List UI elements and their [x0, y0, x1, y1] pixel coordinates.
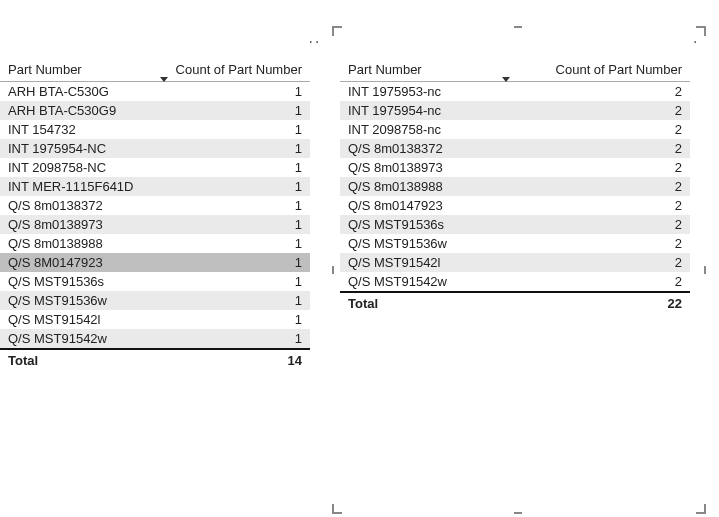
part-number-cell: INT 1975954-nc — [340, 101, 496, 120]
table-row[interactable]: Q/S MST91542w2 — [340, 272, 690, 292]
count-cell: 2 — [496, 82, 690, 102]
count-cell: 2 — [496, 177, 690, 196]
query1-visual[interactable]: Part Number Count of Part Number ARH BTA… — [0, 28, 310, 508]
count-cell: 1 — [154, 177, 310, 196]
part-number-cell: ARH BTA-C530G9 — [0, 101, 154, 120]
query2-visual[interactable]: Part Number Count of Part Number INT 197… — [340, 28, 690, 508]
part-number-cell: ARH BTA-C530G — [0, 82, 154, 102]
count-cell: 2 — [496, 196, 690, 215]
part-number-cell: Q/S 8M0147923 — [0, 253, 154, 272]
table-row[interactable]: INT 2098758-nc2 — [340, 120, 690, 139]
total-value: 22 — [496, 292, 690, 313]
total-label: Total — [340, 292, 496, 313]
count-cell: 2 — [496, 139, 690, 158]
table-row[interactable]: ARH BTA-C530G91 — [0, 101, 310, 120]
table-row[interactable]: Q/S 8m01389731 — [0, 215, 310, 234]
table-row[interactable]: ARH BTA-C530G1 — [0, 82, 310, 102]
part-number-cell: Q/S 8m0138973 — [340, 158, 496, 177]
count-cell: 1 — [154, 272, 310, 291]
query2-col-count[interactable]: Count of Part Number — [496, 56, 690, 82]
query1-col-count[interactable]: Count of Part Number — [154, 56, 310, 82]
part-number-cell: Q/S 8m0138372 — [340, 139, 496, 158]
table-row[interactable]: Q/S MST91536w1 — [0, 291, 310, 310]
part-number-cell: INT 1975954-NC — [0, 139, 154, 158]
table-row[interactable]: Q/S 8m01383722 — [340, 139, 690, 158]
table-row[interactable]: Q/S 8m01479232 — [340, 196, 690, 215]
selection-handle-icon[interactable] — [332, 504, 342, 514]
count-cell: 2 — [496, 253, 690, 272]
table-row[interactable]: Q/S MST91542w1 — [0, 329, 310, 349]
query1-total-row: Total 14 — [0, 349, 310, 370]
query1-table: Part Number Count of Part Number ARH BTA… — [0, 56, 310, 370]
table-row[interactable]: Q/S MST91542l2 — [340, 253, 690, 272]
count-cell: 2 — [496, 272, 690, 292]
count-cell: 1 — [154, 139, 310, 158]
part-number-cell: Q/S 8m0147923 — [340, 196, 496, 215]
selection-handle-icon[interactable] — [696, 26, 706, 36]
count-cell: 1 — [154, 120, 310, 139]
table-row[interactable]: INT 1975953-nc2 — [340, 82, 690, 102]
count-cell: 1 — [154, 310, 310, 329]
table-row[interactable]: Q/S 8m01389732 — [340, 158, 690, 177]
count-cell: 1 — [154, 291, 310, 310]
part-number-cell: Q/S MST91536w — [340, 234, 496, 253]
count-cell: 1 — [154, 329, 310, 349]
selection-handle-icon[interactable] — [696, 504, 706, 514]
table-row[interactable]: Q/S 8m01389881 — [0, 234, 310, 253]
count-cell: 1 — [154, 196, 310, 215]
part-number-cell: Q/S MST91542l — [0, 310, 154, 329]
part-number-cell: INT 2098758-nc — [340, 120, 496, 139]
part-number-cell: Q/S MST91536s — [340, 215, 496, 234]
col-count-label: Count of Part Number — [556, 62, 682, 77]
total-value: 14 — [154, 349, 310, 370]
query2-col-part[interactable]: Part Number — [340, 56, 496, 82]
query2-table: Part Number Count of Part Number INT 197… — [340, 56, 690, 313]
count-cell: 2 — [496, 101, 690, 120]
part-number-cell: INT 154732 — [0, 120, 154, 139]
table-row[interactable]: Q/S 8m01383721 — [0, 196, 310, 215]
count-cell: 1 — [154, 215, 310, 234]
count-cell: 1 — [154, 101, 310, 120]
part-number-cell: Q/S MST91542w — [0, 329, 154, 349]
count-cell: 1 — [154, 234, 310, 253]
part-number-cell: INT 2098758-NC — [0, 158, 154, 177]
table-row[interactable]: Q/S MST91542l1 — [0, 310, 310, 329]
table-row[interactable]: Q/S MST91536w2 — [340, 234, 690, 253]
count-cell: 1 — [154, 158, 310, 177]
table-row[interactable]: INT MER-1115F641D1 — [0, 177, 310, 196]
table-row[interactable]: Q/S MST91536s2 — [340, 215, 690, 234]
selection-handle-icon[interactable] — [332, 26, 342, 36]
part-number-cell: Q/S MST91542w — [340, 272, 496, 292]
table-row[interactable]: Q/S 8m01389882 — [340, 177, 690, 196]
count-cell: 1 — [154, 253, 310, 272]
col-count-label: Count of Part Number — [176, 62, 302, 77]
part-number-cell: Q/S MST91542l — [340, 253, 496, 272]
count-cell: 2 — [496, 234, 690, 253]
selection-handle-icon[interactable] — [514, 512, 522, 514]
sort-descending-icon — [160, 77, 168, 82]
total-label: Total — [0, 349, 154, 370]
part-number-cell: INT 1975953-nc — [340, 82, 496, 102]
query2-total-row: Total 22 — [340, 292, 690, 313]
table-row[interactable]: INT 1975954-nc2 — [340, 101, 690, 120]
part-number-cell: INT MER-1115F641D — [0, 177, 154, 196]
query1-col-part[interactable]: Part Number — [0, 56, 154, 82]
count-cell: 2 — [496, 215, 690, 234]
part-number-cell: Q/S MST91536w — [0, 291, 154, 310]
part-number-cell: Q/S 8m0138988 — [340, 177, 496, 196]
part-number-cell: Q/S 8m0138988 — [0, 234, 154, 253]
table-row[interactable]: INT 1547321 — [0, 120, 310, 139]
part-number-cell: Q/S MST91536s — [0, 272, 154, 291]
table-row[interactable]: Q/S 8M01479231 — [0, 253, 310, 272]
part-number-cell: Q/S 8m0138372 — [0, 196, 154, 215]
selection-handle-icon[interactable] — [514, 26, 522, 28]
selection-handle-icon[interactable] — [332, 266, 334, 274]
part-number-cell: Q/S 8m0138973 — [0, 215, 154, 234]
selection-handle-icon[interactable] — [704, 266, 706, 274]
count-cell: 1 — [154, 82, 310, 102]
count-cell: 2 — [496, 158, 690, 177]
table-row[interactable]: INT 2098758-NC1 — [0, 158, 310, 177]
table-row[interactable]: INT 1975954-NC1 — [0, 139, 310, 158]
count-cell: 2 — [496, 120, 690, 139]
table-row[interactable]: Q/S MST91536s1 — [0, 272, 310, 291]
